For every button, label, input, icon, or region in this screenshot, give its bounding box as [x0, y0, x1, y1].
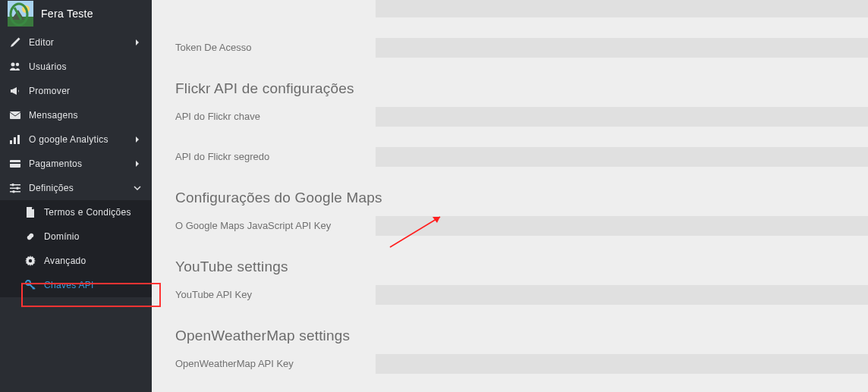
svg-rect-7 [10, 140, 12, 144]
site-header: Fera Teste [0, 0, 152, 30]
sliders-icon [9, 183, 21, 193]
nav-label: Promover [29, 86, 143, 96]
input-youtube-key[interactable] [376, 285, 868, 305]
label-token-acesso: Token De Acesso [163, 37, 376, 58]
svg-point-17 [12, 190, 15, 193]
subnav-label: Domínio [44, 231, 80, 242]
nav-label: Usuários [29, 61, 143, 72]
input-gmaps-key[interactable] [376, 216, 868, 236]
svg-point-19 [29, 259, 32, 262]
nav-item-definicoes[interactable]: Definições [0, 176, 152, 200]
label-owm-key: OpenWeatherMap API Key [163, 353, 376, 374]
site-name: Fera Teste [41, 8, 93, 20]
input-flickr-chave[interactable] [376, 107, 868, 127]
nav-label: Pagamentos [29, 158, 132, 169]
subnav-item-chaves-api[interactable]: Chaves API [0, 273, 152, 297]
chart-icon [9, 134, 21, 145]
subnav-item-termos[interactable]: Termos e Condições [0, 200, 152, 224]
svg-rect-12 [10, 184, 20, 186]
subnav-item-dominio[interactable]: Domínio [0, 224, 152, 249]
bullhorn-icon [9, 86, 21, 96]
heading-youtube: YouTube settings [163, 242, 868, 284]
envelope-icon [9, 110, 21, 121]
logo-image [8, 1, 33, 27]
label-youtube-key: YouTube API Key [163, 284, 376, 305]
chevron-down-icon [132, 183, 143, 193]
card-icon [9, 158, 21, 169]
nav-label: O google Analytics [29, 134, 132, 145]
svg-rect-6 [10, 111, 20, 119]
content-area: . Token De Acesso Flickr API de configur… [152, 0, 868, 392]
users-icon [9, 61, 21, 72]
subnav-label: Avançado [44, 256, 86, 266]
nav-label: Definições [29, 183, 132, 193]
svg-point-5 [16, 63, 19, 66]
label-flickr-chave: API do Flickr chave [163, 106, 376, 127]
chevron-right-icon [132, 37, 143, 48]
input-owm-key[interactable] [376, 354, 868, 374]
pencil-icon [9, 37, 21, 48]
nav-label: Mensagens [29, 110, 143, 121]
chevron-right-icon [132, 158, 143, 169]
heading-gmaps: Configurações do Google Maps [163, 173, 868, 215]
svg-rect-13 [10, 188, 20, 190]
key-icon [24, 280, 36, 290]
link-icon [24, 231, 36, 242]
nav-item-usuarios[interactable]: Usuários [0, 55, 152, 79]
nav-item-editor[interactable]: Editor [0, 30, 152, 55]
svg-rect-9 [17, 135, 20, 144]
heading-owm: OpenWeatherMap settings [163, 311, 868, 353]
sidebar: Fera Teste Editor Usuários Promover Mens… [0, 0, 152, 392]
svg-rect-11 [10, 162, 20, 164]
nav-item-mensagens[interactable]: Mensagens [0, 103, 152, 127]
svg-point-15 [11, 183, 14, 187]
label-gmaps-key: O Google Maps JavaScript API Key [163, 215, 376, 236]
input-token-acesso[interactable] [376, 38, 868, 58]
label-flickr-segredo: API do Flickr segredo [163, 146, 376, 167]
chevron-right-icon [132, 134, 143, 145]
nav-item-analytics[interactable]: O google Analytics [0, 127, 152, 152]
subnav-label: Termos e Condições [44, 207, 131, 218]
heading-flickr: Flickr API de configurações [163, 64, 868, 106]
nav-item-promover[interactable]: Promover [0, 79, 152, 103]
input-flickr-segredo[interactable] [376, 147, 868, 167]
svg-point-16 [16, 187, 19, 190]
svg-point-4 [11, 63, 15, 67]
gear-icon [24, 256, 36, 266]
nav-label: Editor [29, 37, 132, 48]
svg-rect-8 [14, 137, 16, 144]
subnav-item-avancado[interactable]: Avançado [0, 249, 152, 273]
svg-rect-14 [10, 191, 20, 193]
subnav-label: Chaves API [44, 280, 94, 290]
nav-item-pagamentos[interactable]: Pagamentos [0, 152, 152, 176]
site-logo [8, 1, 33, 27]
file-icon [24, 207, 36, 218]
subnav-container: Termos e Condições Domínio Avançado Chav… [0, 200, 152, 297]
input-prev-field[interactable] [376, 0, 868, 17]
